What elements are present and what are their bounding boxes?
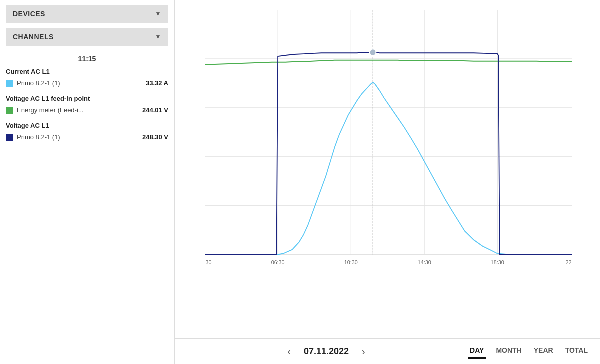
nav-date-section: ‹ 07.11.2022 › [185, 344, 468, 359]
legend-item-label-0-0: Primo 8.2-1 (1) [17, 79, 60, 87]
legend-color-2-0 [6, 134, 13, 141]
legend-item-value-0-0: 33.32 A [146, 79, 168, 87]
legend-item-label-1-0: Energy meter (Feed-i... [17, 106, 84, 114]
svg-text:22:30: 22:30 [566, 259, 572, 266]
legend-group-0: Current AC L1 Primo 8.2-1 (1) 33.32 A [6, 68, 168, 88]
next-date-button[interactable]: › [358, 344, 370, 359]
legend-item-2-0: Primo 8.2-1 (1) 248.30 V [6, 132, 168, 142]
legend-time: 11:15 [6, 55, 168, 63]
svg-text:02:30: 02:30 [205, 259, 212, 266]
legend-color-0-0 [6, 80, 13, 87]
legend-item-value-1-0: 244.01 V [142, 106, 168, 114]
channels-arrow-icon: ▼ [156, 33, 162, 40]
nav-tabs: DAY MONTH YEAR TOTAL [468, 344, 590, 359]
legend-section: 11:15 Current AC L1 Primo 8.2-1 (1) 33.3… [6, 55, 168, 149]
tab-month[interactable]: MONTH [494, 344, 524, 359]
devices-label: DEVICES [13, 10, 46, 18]
legend-group-title-1: Voltage AC L1 feed-in point [6, 95, 168, 102]
tab-day[interactable]: DAY [468, 344, 486, 359]
legend-item-value-2-0: 248.30 V [142, 133, 168, 141]
svg-text:14:30: 14:30 [418, 259, 432, 266]
left-panel: DEVICES ▼ CHANNELS ▼ 11:15 Current AC L1… [0, 0, 175, 364]
svg-text:10:30: 10:30 [344, 259, 358, 266]
devices-arrow-icon: ▼ [156, 10, 162, 17]
nav-bar: ‹ 07.11.2022 › DAY MONTH YEAR TOTAL [175, 338, 600, 364]
legend-color-1-0 [6, 107, 13, 114]
legend-group-title-2: Voltage AC L1 [6, 122, 168, 129]
chart-svg: 300 240 180 120 60 0 40 32 24 16 8 0 02:… [205, 10, 572, 313]
legend-group-title-0: Current AC L1 [6, 68, 168, 75]
legend-group-1: Voltage AC L1 feed-in point Energy meter… [6, 95, 168, 115]
legend-item-1-0: Energy meter (Feed-i... 244.01 V [6, 105, 168, 115]
channels-label: CHANNELS [13, 33, 54, 41]
nav-date: 07.11.2022 [304, 346, 349, 357]
legend-group-2: Voltage AC L1 Primo 8.2-1 (1) 248.30 V [6, 122, 168, 142]
legend-item-label-2-0: Primo 8.2-1 (1) [17, 133, 60, 141]
svg-text:18:30: 18:30 [491, 259, 504, 266]
chart-container: 300 240 180 120 60 0 40 32 24 16 8 0 02:… [175, 0, 600, 338]
prev-date-button[interactable]: ‹ [284, 344, 295, 359]
hover-dot [370, 49, 376, 56]
tab-year[interactable]: YEAR [532, 344, 556, 359]
devices-dropdown[interactable]: DEVICES ▼ [6, 5, 168, 23]
channels-dropdown[interactable]: CHANNELS ▼ [6, 28, 168, 46]
legend-item-0-0: Primo 8.2-1 (1) 33.32 A [6, 78, 168, 88]
right-panel: 300 240 180 120 60 0 40 32 24 16 8 0 02:… [175, 0, 600, 364]
svg-text:06:30: 06:30 [272, 259, 285, 266]
tab-total[interactable]: TOTAL [564, 344, 590, 359]
